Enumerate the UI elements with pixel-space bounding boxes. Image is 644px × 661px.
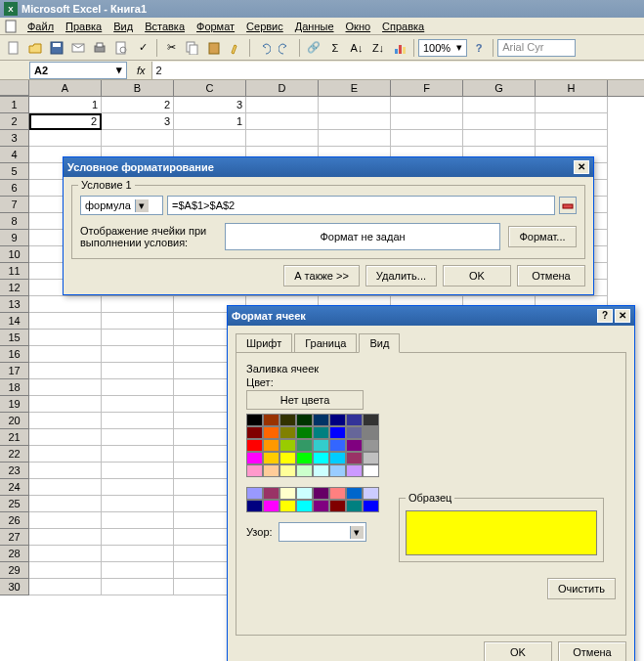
- tab-font[interactable]: Шрифт: [236, 333, 292, 353]
- color-swatch[interactable]: [329, 500, 346, 512]
- color-swatch[interactable]: [363, 452, 379, 464]
- dialog-titlebar[interactable]: Условное форматирование ✕: [64, 157, 593, 177]
- color-swatch[interactable]: [263, 439, 279, 452]
- cell[interactable]: [29, 529, 102, 546]
- new-icon[interactable]: [4, 38, 23, 58]
- cell[interactable]: [29, 130, 102, 147]
- color-swatch[interactable]: [296, 500, 313, 512]
- cell[interactable]: [319, 97, 391, 113]
- row-header[interactable]: 30: [0, 579, 29, 595]
- paste-icon[interactable]: [204, 38, 224, 58]
- color-swatch[interactable]: [346, 452, 363, 464]
- color-swatch[interactable]: [313, 414, 329, 426]
- row-header[interactable]: 6: [0, 180, 29, 197]
- cell[interactable]: [102, 429, 174, 446]
- cell[interactable]: [102, 463, 174, 479]
- formula-input[interactable]: 2: [151, 62, 644, 79]
- color-swatch[interactable]: [346, 439, 363, 452]
- help-icon[interactable]: ?: [597, 309, 613, 323]
- row-header[interactable]: 10: [0, 246, 29, 263]
- cell[interactable]: [102, 313, 174, 330]
- cell[interactable]: [102, 346, 174, 363]
- chart-icon[interactable]: [390, 38, 409, 58]
- row-header[interactable]: 28: [0, 546, 29, 562]
- sort-desc-icon[interactable]: Z↓: [368, 38, 388, 58]
- name-box[interactable]: A2▾: [29, 62, 127, 79]
- select-all-corner[interactable]: [0, 80, 29, 96]
- row-header[interactable]: 22: [0, 446, 29, 463]
- cell[interactable]: [102, 296, 174, 313]
- brush-icon[interactable]: [226, 38, 245, 58]
- cell[interactable]: [102, 363, 174, 379]
- chevron-down-icon[interactable]: ▾: [116, 64, 122, 76]
- color-swatch[interactable]: [329, 464, 346, 477]
- color-swatch[interactable]: [329, 452, 346, 464]
- clear-button[interactable]: Очистить: [547, 578, 616, 599]
- cell[interactable]: [174, 130, 246, 147]
- color-swatch[interactable]: [363, 487, 379, 500]
- font-combo[interactable]: Arial Cyr: [497, 39, 576, 57]
- col-header[interactable]: F: [391, 80, 463, 96]
- row-header[interactable]: 2: [0, 113, 29, 130]
- row-header[interactable]: 27: [0, 529, 29, 546]
- cell[interactable]: [29, 413, 102, 429]
- cell[interactable]: [319, 130, 391, 147]
- color-swatch[interactable]: [346, 426, 363, 439]
- row-header[interactable]: 4: [0, 147, 29, 163]
- cell[interactable]: [29, 346, 102, 363]
- color-swatch[interactable]: [329, 426, 346, 439]
- row-header[interactable]: 3: [0, 130, 29, 147]
- spell-icon[interactable]: ✓: [133, 38, 152, 58]
- cell[interactable]: [102, 479, 174, 496]
- menu-help[interactable]: Справка: [376, 19, 430, 34]
- color-swatch[interactable]: [279, 452, 296, 464]
- col-header[interactable]: A: [29, 80, 102, 96]
- open-icon[interactable]: [25, 38, 45, 58]
- formula-field[interactable]: =$A$1>$A$2: [167, 196, 555, 215]
- row-header[interactable]: 23: [0, 463, 29, 479]
- color-swatch[interactable]: [329, 414, 346, 426]
- color-swatch[interactable]: [263, 426, 279, 439]
- cell[interactable]: [29, 446, 102, 463]
- color-swatch[interactable]: [296, 464, 313, 477]
- cell[interactable]: 1: [29, 97, 102, 113]
- zoom-combo[interactable]: 100%▾: [418, 39, 467, 57]
- cell[interactable]: [463, 130, 536, 147]
- row-header[interactable]: 11: [0, 263, 29, 280]
- cell[interactable]: [29, 363, 102, 379]
- color-swatch[interactable]: [263, 500, 279, 512]
- mail-icon[interactable]: [68, 38, 88, 58]
- cell[interactable]: [102, 562, 174, 579]
- col-header[interactable]: G: [463, 80, 536, 96]
- col-header[interactable]: D: [246, 80, 319, 96]
- row-header[interactable]: 24: [0, 479, 29, 496]
- color-swatch[interactable]: [279, 487, 296, 500]
- sort-asc-icon[interactable]: A↓: [347, 38, 366, 58]
- cell[interactable]: [102, 413, 174, 429]
- color-swatch[interactable]: [363, 426, 379, 439]
- cell[interactable]: [102, 512, 174, 529]
- cell[interactable]: 2: [102, 97, 174, 113]
- color-swatch[interactable]: [279, 464, 296, 477]
- menu-view[interactable]: Вид: [107, 19, 139, 34]
- also-button[interactable]: А также >>: [283, 265, 360, 286]
- row-header[interactable]: 29: [0, 562, 29, 579]
- color-swatch[interactable]: [313, 439, 329, 452]
- menu-file[interactable]: Файл: [21, 19, 60, 34]
- cell[interactable]: [29, 546, 102, 562]
- color-swatch[interactable]: [346, 414, 363, 426]
- color-swatch[interactable]: [279, 426, 296, 439]
- row-header[interactable]: 16: [0, 346, 29, 363]
- cell[interactable]: [102, 546, 174, 562]
- cell[interactable]: [29, 562, 102, 579]
- color-swatch[interactable]: [246, 487, 263, 500]
- color-swatch[interactable]: [329, 439, 346, 452]
- color-swatch[interactable]: [296, 426, 313, 439]
- copy-icon[interactable]: [183, 38, 202, 58]
- menu-edit[interactable]: Правка: [60, 19, 107, 34]
- color-swatch[interactable]: [346, 487, 363, 500]
- color-swatch[interactable]: [313, 426, 329, 439]
- col-header[interactable]: B: [102, 80, 174, 96]
- color-swatch[interactable]: [279, 414, 296, 426]
- row-header[interactable]: 25: [0, 496, 29, 512]
